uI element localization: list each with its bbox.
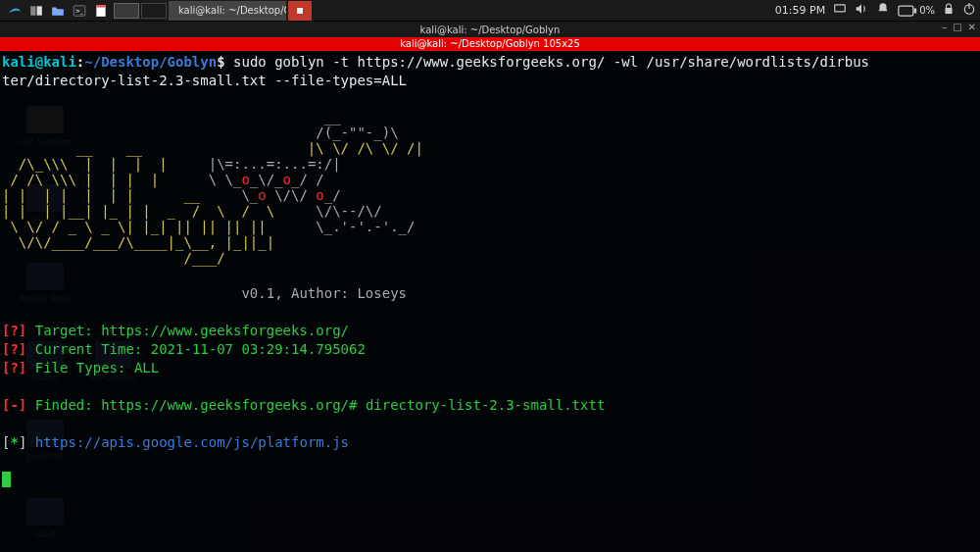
- power-icon[interactable]: [962, 2, 976, 19]
- marker-question-1: [?]: [2, 323, 26, 338]
- ascii-art-block: __ /(_-""-_)\ __ __ |\ \/ /\ \/ /| /\_\\…: [2, 109, 978, 266]
- found-url: https://apis.google.com/js/platform.js: [35, 434, 349, 450]
- filetype-key: File Types:: [26, 360, 134, 376]
- taskbar-item-terminal[interactable]: kali@kali: ~/Desktop/Go...: [169, 1, 286, 21]
- file-manager-icon[interactable]: [25, 1, 47, 21]
- terminal-cursor: [2, 472, 11, 487]
- clock[interactable]: 01:59 PM: [775, 4, 825, 17]
- marker-question-2: [?]: [2, 341, 26, 357]
- window-close-icon[interactable]: ✕: [968, 22, 976, 32]
- svg-rect-5: [96, 5, 105, 7]
- marker-dash: [-]: [2, 397, 26, 413]
- svg-rect-8: [835, 5, 846, 12]
- battery-indicator[interactable]: 0%: [898, 5, 935, 17]
- volume-icon[interactable]: [855, 2, 868, 19]
- panel-left: >_ kali@kali: ~/Desktop/Go...: [4, 1, 312, 21]
- kali-menu-icon[interactable]: [4, 1, 25, 21]
- xfce-panel: >_ kali@kali: ~/Desktop/Go... 01:59 PM 0…: [0, 0, 980, 22]
- prompt-userhost: kali@kali: [2, 54, 76, 70]
- time-key: Current Time:: [26, 341, 150, 357]
- display-toggle-icon[interactable]: [833, 2, 847, 19]
- workspace-1[interactable]: [114, 3, 139, 19]
- svg-rect-7: [297, 8, 303, 14]
- notification-bell-icon[interactable]: [876, 2, 890, 19]
- terminal-tab-bar[interactable]: kali@kali: ~/Desktop/Goblyn 105x25: [0, 37, 980, 51]
- lock-icon[interactable]: [943, 2, 955, 19]
- window-titlebar[interactable]: kali@kali: ~/Desktop/Goblyn – □ ✕: [0, 22, 980, 37]
- svg-rect-10: [914, 8, 917, 13]
- svg-text:>_: >_: [75, 7, 83, 14]
- taskbar-item-label: kali@kali: ~/Desktop/Go...: [178, 5, 286, 16]
- window-controls: – □ ✕: [942, 22, 976, 32]
- prompt-path: ~/Desktop/Goblyn: [84, 54, 217, 70]
- svg-rect-9: [899, 6, 913, 16]
- filetype-value: ALL: [134, 360, 159, 376]
- target-value: https://www.geeksforgeeks.org/: [101, 323, 349, 338]
- window-title: kali@kali: ~/Desktop/Goblyn: [420, 25, 561, 35]
- workspace-2[interactable]: [141, 3, 167, 19]
- window-minimize-icon[interactable]: –: [942, 22, 947, 32]
- window-maximize-icon[interactable]: □: [953, 22, 961, 32]
- terminal-body[interactable]: kali@kali:~/Desktop/Goblyn$ sudo goblyn …: [0, 51, 980, 552]
- terminal-launcher-icon[interactable]: >_: [69, 1, 90, 21]
- found-url-space: [26, 434, 34, 450]
- folder-icon[interactable]: [47, 1, 69, 21]
- svg-rect-0: [30, 6, 35, 15]
- panel-right: 01:59 PM 0%: [775, 2, 976, 19]
- prompt-sep2: $: [217, 54, 224, 70]
- marker-question-3: [?]: [2, 360, 26, 376]
- marker-star-core: *: [10, 434, 18, 450]
- command-line-1: sudo goblyn -t https://www.geeksforgeeks…: [225, 54, 869, 70]
- command-line-2: ter/directory-list-2.3-small.txt --file-…: [2, 73, 407, 88]
- taskbar-item-recorder[interactable]: [288, 1, 312, 21]
- finded-key: Finded:: [26, 397, 101, 413]
- terminal-window: kali@kali: ~/Desktop/Goblyn – □ ✕ kali@k…: [0, 22, 980, 552]
- text-editor-icon[interactable]: [90, 1, 112, 21]
- ascii-version-line: v0.1, Author: Loseys: [2, 285, 407, 301]
- battery-percent: 0%: [919, 6, 935, 16]
- svg-rect-1: [37, 6, 42, 15]
- terminal-tab-label: kali@kali: ~/Desktop/Goblyn 105x25: [400, 38, 580, 49]
- finded-value: https://www.geeksforgeeks.org/# director…: [101, 397, 605, 413]
- target-key: Target:: [26, 323, 101, 338]
- time-value: 2021-11-07 03:29:14.795062: [151, 341, 366, 357]
